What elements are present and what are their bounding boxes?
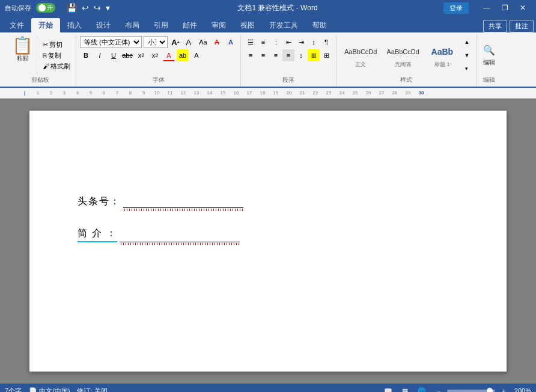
intro-underline[interactable] (120, 229, 240, 242)
tab-mailings[interactable]: 邮件 (175, 18, 204, 32)
zoom-in-button[interactable]: + (498, 385, 510, 392)
tab-insert[interactable]: 插入 (60, 18, 89, 32)
zoom-track (447, 390, 495, 392)
zoom-thumb (487, 388, 493, 392)
paste-label: 粘贴 (17, 54, 29, 63)
copy-button[interactable]: ⎘ 复制 (41, 51, 72, 61)
search-button[interactable]: 🔍 (483, 44, 495, 56)
format-painter-button[interactable]: 🖌 格式刷 (41, 61, 72, 72)
editing-group: 🔍 编辑 编辑 (477, 35, 501, 87)
cut-icon: ✂ (43, 41, 48, 49)
highlight-button[interactable]: ab (177, 49, 189, 61)
toolbar-icons: 💾 ↩ ↪ ▾ (65, 2, 112, 13)
ruler-mark: 3 (58, 90, 71, 96)
tab-layout[interactable]: 布局 (118, 18, 147, 32)
window-controls: — ❐ ✕ (478, 2, 531, 13)
toggle-circle (38, 4, 46, 11)
font-content: 等线 (中文正体) 小五 A+ A- Aa A A B I U abc x2 x… (80, 36, 237, 75)
font-group-label: 字体 (80, 76, 237, 85)
ruler-mark: 20 (282, 90, 296, 96)
tab-file[interactable]: 文件 (2, 18, 31, 32)
cut-label: 剪切 (49, 40, 62, 49)
ruler-content: | 1 2 3 4 5 6 7 8 9 10 11 12 13 14 15 16… (18, 90, 536, 96)
cut-button[interactable]: ✂ 剪切 (41, 40, 72, 50)
ruler-mark: 10 (150, 90, 163, 96)
line-spacing-button[interactable]: ↕ (295, 49, 307, 61)
style-nospace-label: 无间隔 (395, 61, 411, 69)
intro-line: 简 介 ： (78, 227, 458, 242)
underline-button[interactable]: U (108, 49, 120, 61)
shading-button[interactable]: ▥ (308, 49, 320, 61)
tab-developer[interactable]: 开发工具 (262, 18, 305, 32)
multilevel-button[interactable]: ⋮ (270, 36, 282, 48)
web-layout-button[interactable]: 🌐 (416, 385, 428, 392)
redo-icon[interactable]: ↪ (92, 2, 103, 13)
paste-button[interactable]: 📋 粘贴 (8, 36, 37, 75)
ruler-mark: 16 (230, 90, 243, 96)
text-shading-button[interactable]: A (190, 49, 203, 61)
italic-button[interactable]: I (94, 49, 106, 61)
ruler-mark: 17 (243, 90, 256, 96)
styles-group-label: 样式 (340, 76, 473, 85)
font-style-row: B I U abc x2 x2 A ab A (80, 49, 203, 61)
increase-indent-button[interactable]: ⇥ (295, 36, 307, 48)
sort-button[interactable]: ↕ (308, 36, 320, 48)
style-h1[interactable]: AaBb 标题 1 (425, 40, 460, 71)
ribbon-content: 📋 粘贴 ✂ 剪切 ⎘ 复制 🖌 格式刷 剪贴板 (0, 32, 536, 88)
tab-help[interactable]: 帮助 (305, 18, 334, 32)
decrease-indent-button[interactable]: ⇤ (282, 36, 294, 48)
bold-button[interactable]: B (80, 49, 92, 61)
ruler-mark: 15 (216, 90, 230, 96)
headline-number-underline[interactable] (123, 195, 243, 208)
style-h1-preview: AaBb (431, 43, 454, 61)
document-page[interactable]: 头条号： 简 介 ： (29, 111, 507, 372)
styles-scroll-up[interactable]: ▲ (461, 36, 473, 48)
text-effects-button[interactable]: A (225, 36, 237, 48)
change-case-button[interactable]: Aa (197, 36, 209, 48)
align-center-button[interactable]: ≡ (257, 49, 269, 61)
customize-icon[interactable]: ▾ (104, 2, 112, 13)
comment-button[interactable]: 批注 (510, 20, 534, 32)
numbering-button[interactable]: ≡ (257, 36, 269, 48)
align-right-button[interactable]: ≡ (270, 49, 282, 61)
style-normal[interactable]: AaBbCcDd 正文 (340, 40, 381, 71)
save-icon[interactable]: 💾 (65, 2, 79, 13)
tab-review[interactable]: 审阅 (204, 18, 233, 32)
minimize-button[interactable]: — (478, 2, 495, 13)
strikethrough-button[interactable]: abc (121, 49, 133, 61)
ruler-mark: 30 (415, 90, 428, 96)
font-size-select[interactable]: 小五 (144, 36, 168, 48)
styles-scroll-down[interactable]: ▼ (461, 49, 473, 61)
styles-expand[interactable]: ▾ (461, 63, 473, 75)
document-area[interactable]: 头条号： 简 介 ： (0, 99, 536, 384)
share-button[interactable]: 共享 (483, 20, 507, 32)
font-color-button[interactable]: A (163, 49, 175, 61)
bullets-button[interactable]: ☰ (245, 36, 257, 48)
restore-button[interactable]: ❐ (496, 2, 513, 13)
tab-home[interactable]: 开始 (31, 18, 60, 32)
font-name-select[interactable]: 等线 (中文正体) (80, 36, 142, 48)
style-nospace[interactable]: AaBbCcDd 无间隔 (382, 40, 423, 71)
subscript-button[interactable]: x2 (135, 49, 147, 61)
font-shrink-button[interactable]: A- (183, 36, 195, 48)
borders-button[interactable]: ⊞ (320, 49, 332, 61)
close-button[interactable]: ✕ (514, 2, 531, 13)
tab-view[interactable]: 视图 (233, 18, 262, 32)
tab-design[interactable]: 设计 (89, 18, 118, 32)
autosave-toggle[interactable]: 开 (36, 3, 55, 13)
superscript-button[interactable]: x2 (149, 49, 161, 61)
font-grow-button[interactable]: A+ (169, 36, 181, 48)
ruler-mark: 11 (163, 90, 177, 96)
style-normal-preview: AaBbCcDd (344, 43, 377, 61)
zoom-out-button[interactable]: − (433, 385, 445, 392)
undo-icon[interactable]: ↩ (80, 2, 91, 13)
clear-format-button[interactable]: A (211, 36, 223, 48)
align-left-button[interactable]: ≡ (245, 49, 257, 61)
read-mode-button[interactable]: 📖 (382, 385, 394, 392)
headline-number-label: 头条号： (78, 195, 121, 208)
print-layout-button[interactable]: ▦ (399, 385, 411, 392)
tab-references[interactable]: 引用 (147, 18, 175, 32)
show-marks-button[interactable]: ¶ (320, 36, 332, 48)
login-button[interactable]: 登录 (443, 2, 469, 14)
justify-button[interactable]: ≡ (282, 49, 294, 61)
